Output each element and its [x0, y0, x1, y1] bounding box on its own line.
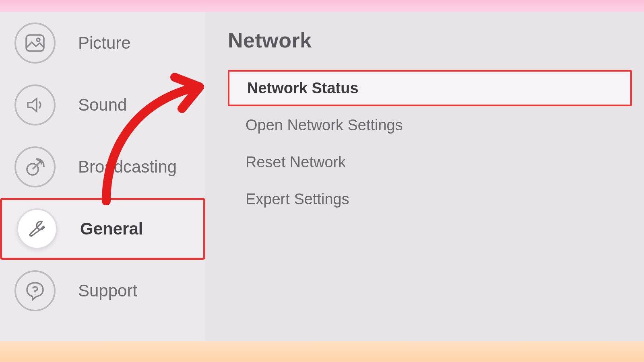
sidebar-item-picture[interactable]: Picture	[0, 12, 205, 74]
sound-icon	[14, 84, 56, 125]
option-reset-network[interactable]: Reset Network	[228, 144, 632, 180]
svg-point-3	[35, 294, 35, 295]
option-label: Network Status	[247, 80, 359, 97]
settings-sidebar: Picture Sound	[0, 12, 205, 341]
option-expert-settings[interactable]: Expert Settings	[228, 181, 632, 217]
main-panel: Network Network Status Open Network Sett…	[205, 12, 644, 341]
picture-icon	[14, 23, 56, 64]
sidebar-item-label: General	[80, 219, 143, 239]
sidebar-item-sound[interactable]: Sound	[0, 74, 205, 136]
sidebar-item-label: Support	[78, 281, 137, 300]
workspace: Picture Sound	[0, 12, 644, 341]
option-label: Open Network Settings	[246, 117, 403, 134]
sidebar-item-broadcasting[interactable]: Broadcasting	[0, 136, 205, 198]
wrench-icon	[17, 208, 58, 249]
sidebar-item-general[interactable]: General	[0, 198, 205, 260]
bottom-accent-bar	[0, 341, 644, 362]
option-label: Reset Network	[246, 154, 346, 171]
sidebar-item-label: Broadcasting	[78, 157, 177, 177]
option-open-network-settings[interactable]: Open Network Settings	[228, 107, 632, 143]
top-accent-bar	[0, 0, 644, 12]
option-network-status[interactable]: Network Status	[228, 70, 632, 106]
page-title: Network	[228, 28, 644, 52]
screen: Picture Sound	[0, 0, 644, 362]
network-option-list: Network Status Open Network Settings Res…	[228, 70, 644, 217]
sidebar-item-support[interactable]: Support	[0, 260, 205, 322]
sidebar-item-label: Sound	[78, 95, 127, 115]
support-icon	[14, 270, 56, 311]
broadcast-icon	[14, 146, 56, 187]
option-label: Expert Settings	[246, 191, 349, 208]
svg-rect-0	[26, 35, 44, 51]
sidebar-item-label: Picture	[78, 33, 131, 53]
svg-point-1	[37, 38, 40, 41]
